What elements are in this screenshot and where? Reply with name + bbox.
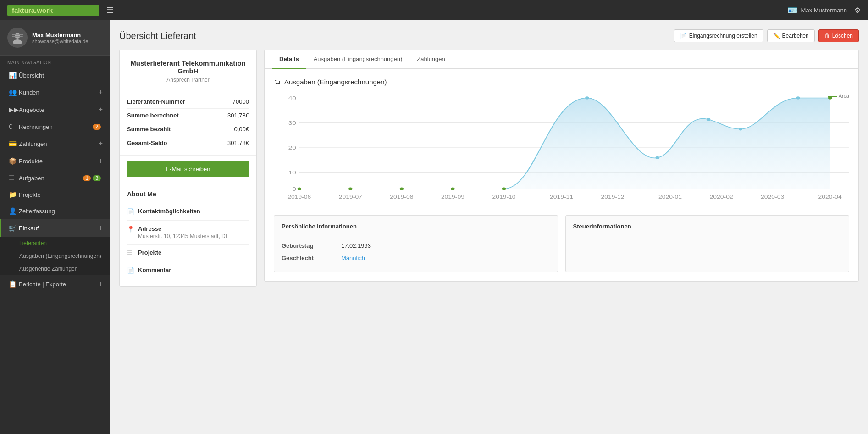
eingangsrechnung-button[interactable]: 📄 Eingangsrechnung erstellen [674, 29, 763, 42]
logo-suffix: .work [35, 6, 53, 14]
svg-point-17 [451, 188, 454, 190]
euro-icon: € [9, 123, 19, 130]
svg-point-14 [298, 188, 301, 190]
personal-info-row-0: Geburtstag 17.02.1993 [282, 239, 550, 252]
svg-text:2020-04: 2020-04 [818, 194, 842, 200]
geschlecht-label: Geschlecht [282, 255, 341, 262]
topbar-right: 🪪 Max Mustermann ⚙ [787, 5, 861, 15]
sidebar-item-label: Übersicht [19, 72, 103, 79]
svg-text:2019-07: 2019-07 [339, 194, 362, 200]
tab-ausgaben[interactable]: Ausgaben (Eingangsrechnungen) [306, 50, 410, 69]
svg-text:2019-09: 2019-09 [441, 194, 464, 200]
sidebar-item-label: Einkauf [19, 225, 99, 232]
svg-text:10: 10 [288, 170, 296, 176]
svg-text:2019-06: 2019-06 [287, 194, 311, 200]
svg-point-1 [13, 39, 22, 44]
svg-text:2019-10: 2019-10 [492, 194, 515, 200]
header-actions: 📄 Eingangsrechnung erstellen ✏️ Bearbeit… [674, 29, 859, 42]
time-icon: 👤 [9, 207, 19, 215]
svg-point-16 [400, 188, 404, 190]
sidebar-item-label: Zeiterfassung [19, 208, 103, 215]
avatar [7, 28, 28, 48]
aufgaben-badge1: 1 [83, 175, 91, 181]
geburtstag-value: 17.02.1993 [341, 242, 371, 249]
topbar: faktura.work ☰ 🪪 Max Mustermann ⚙ [0, 0, 868, 20]
supplier-header: Musterlieferant Telekommunikation GmbH A… [120, 50, 256, 89]
svg-text:2020-03: 2020-03 [761, 194, 784, 200]
plus-icon[interactable]: + [99, 157, 103, 165]
chart-container: Area 40 30 20 10 [274, 93, 849, 203]
sidebar-subitem-lieferanten[interactable]: Lieferanten [0, 237, 110, 250]
sidebar-nav-label: MAIN NAVIGATION [0, 56, 110, 67]
location-icon: 📍 [127, 226, 134, 233]
shopping-icon: 🛒 [9, 224, 19, 232]
sidebar-item-einkauf[interactable]: 🛒 Einkauf + [0, 219, 110, 237]
payment-icon: 💳 [9, 140, 19, 147]
tab-details[interactable]: Details [272, 50, 306, 69]
geburtstag-label: Geburtstag [282, 242, 341, 249]
plus-icon[interactable]: + [99, 280, 103, 288]
right-panel: Details Ausgaben (Eingangsrechnungen) Za… [264, 50, 859, 282]
sidebar-item-produkte[interactable]: 📦 Produkte + [0, 152, 110, 170]
about-me-item-projekte: ☰ Projekte [127, 245, 249, 262]
sidebar-item-aufgaben[interactable]: ☰ Aufgaben 1 3 [0, 170, 110, 186]
sidebar: Max Mustermann showcase@whitedata.de MAI… [0, 20, 110, 434]
about-me-adresse-label: Adresse [138, 225, 249, 232]
about-me-kontakt-content: Kontaktmöglichkeiten [138, 208, 249, 216]
svg-text:2020-02: 2020-02 [710, 194, 733, 200]
sidebar-item-label: Berichte | Exporte [19, 281, 99, 288]
sidebar-item-kunden[interactable]: 👥 Kunden + [0, 83, 110, 101]
plus-icon[interactable]: + [99, 224, 103, 232]
info-cards: Persönliche Informationen Geburtstag 17.… [265, 208, 858, 281]
about-me-kommentar-label: Kommentar [138, 267, 249, 273]
email-button[interactable]: E-Mail schreiben [127, 161, 249, 177]
plus-icon[interactable]: + [99, 139, 103, 148]
angebote-icon: ▶▶ [9, 106, 19, 113]
about-me-projekte-label: Projekte [138, 249, 249, 256]
logo: faktura.work [7, 5, 99, 16]
svg-point-21 [707, 118, 710, 121]
settings-icon[interactable]: ⚙ [854, 6, 861, 15]
sidebar-item-zeiterfassung[interactable]: 👤 Zeiterfassung [0, 203, 110, 219]
sidebar-subitem-zahlungen[interactable]: Ausgehende Zahlungen [0, 262, 110, 275]
sidebar-profile-info: Max Mustermann showcase@whitedata.de [32, 32, 103, 44]
sidebar-item-rechnungen[interactable]: € Rechnungen 2 [0, 118, 110, 135]
supplier-row-label: Lieferanten-Nummer [127, 98, 185, 105]
supplier-row-label: Summe bezahlt [127, 126, 171, 133]
hamburger-button[interactable]: ☰ [106, 5, 447, 15]
supplier-row-value: 301,78€ [227, 139, 249, 146]
sidebar-item-berichte[interactable]: 📋 Berichte | Exporte + [0, 275, 110, 293]
chart-title-text: Ausgaben (Eingangsrechnungen) [284, 78, 387, 86]
document-icon: 📄 [680, 33, 687, 39]
sidebar-subitem-eingangsrechnungen[interactable]: Ausgaben (Eingangsrechnungen) [0, 250, 110, 262]
list-icon: ☰ [127, 250, 134, 256]
loeschen-button[interactable]: 🗑 Löschen [818, 29, 859, 42]
sidebar-item-zahlungen[interactable]: 💳 Zahlungen + [0, 135, 110, 152]
sidebar-profile-email: showcase@whitedata.de [32, 39, 103, 44]
sidebar-item-projekte[interactable]: 📁 Projekte [0, 186, 110, 203]
personal-info-title: Persönliche Informationen [282, 223, 550, 234]
about-me-item-adresse: 📍 Adresse Musterstr. 10, 12345 Mustersta… [127, 221, 249, 245]
contact-icon: 📄 [127, 208, 134, 215]
plus-icon[interactable]: + [99, 88, 103, 96]
sidebar-item-angebote[interactable]: ▶▶ Angebote + [0, 101, 110, 118]
geschlecht-value[interactable]: Männlich [341, 255, 365, 262]
supplier-row-label: Gesamt-Saldo [127, 139, 167, 146]
svg-rect-2 [12, 34, 23, 35]
plus-icon[interactable]: + [99, 106, 103, 114]
supplier-card: Musterlieferant Telekommunikation GmbH A… [119, 50, 257, 287]
sidebar-item-uebersicht[interactable]: 📊 Übersicht [0, 67, 110, 83]
sidebar-item-label: Kunden [19, 89, 99, 96]
about-me-kontakt-label: Kontaktmöglichkeiten [138, 208, 249, 215]
svg-rect-3 [12, 36, 23, 37]
bearbeiten-button[interactable]: ✏️ Bearbeiten [767, 29, 815, 42]
tab-zahlungen[interactable]: Zahlungen [409, 50, 452, 69]
tax-info-card: Steuerinformationen [565, 215, 850, 272]
supplier-row-label: Summe berechnet [127, 112, 179, 119]
sidebar-item-label: Aufgaben [19, 175, 83, 182]
comment-icon: 📄 [127, 267, 134, 274]
products-icon: 📦 [9, 157, 19, 165]
svg-point-22 [739, 128, 742, 130]
supplier-row-0: Lieferanten-Nummer 70000 [127, 95, 249, 109]
svg-text:2019-12: 2019-12 [601, 194, 624, 200]
